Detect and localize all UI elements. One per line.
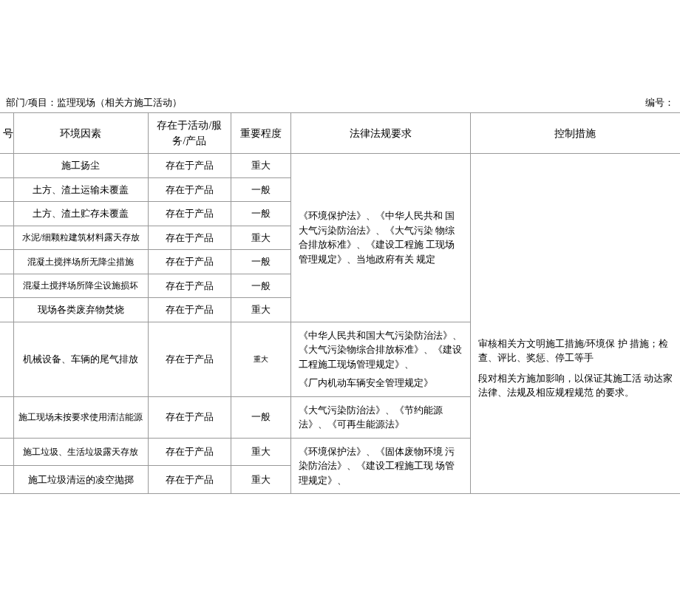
exist-cell: 存在于产品	[149, 298, 231, 322]
seq-cell	[0, 154, 13, 178]
col-seq: 号	[0, 113, 13, 154]
factor-cell: 土方、渣土贮存未覆盖	[13, 202, 148, 226]
level-cell: 重大	[231, 322, 290, 396]
exist-cell: 存在于产品	[149, 177, 231, 202]
factor-cell: 土方、渣土运输未覆盖	[13, 177, 148, 202]
factor-cell: 水泥/细颗粒建筑材料露天存放	[13, 226, 148, 250]
bottom-whitespace	[0, 494, 680, 590]
seq-cell	[0, 202, 13, 226]
seq-cell	[0, 466, 13, 494]
code-label: 编号：	[645, 96, 674, 109]
law-cell-group1: 《环境保护法》、《中华人民共和 国大气污染防治法》、《大气污染 物综合排放标准》…	[290, 154, 470, 322]
env-factor-table: 号 环境因素 存在于活动/服务/产品 重要程度 法律法规要求 控制措施 施工扬尘…	[0, 112, 680, 494]
measure-cell: 审核相关方文明施工措施/环境保 护 措施；检查、评比、奖惩、停工等手 段对相关方…	[470, 154, 680, 494]
factor-cell: 施工现场未按要求使用清洁能源	[13, 396, 148, 438]
col-measure: 控制措施	[470, 113, 680, 154]
level-cell: 一般	[231, 177, 290, 202]
level-cell: 重大	[231, 438, 290, 466]
seq-cell	[0, 438, 13, 466]
table-header-row: 号 环境因素 存在于活动/服务/产品 重要程度 法律法规要求 控制措施	[0, 113, 680, 154]
col-law: 法律法规要求	[290, 113, 470, 154]
level-cell: 重大	[231, 466, 290, 494]
factor-cell: 现场各类废弃物焚烧	[13, 298, 148, 322]
law-cell-group4: 《环境保护法》、《固体废物环境 污染防治法》、《建设工程施工现 场管理规定》、	[290, 438, 470, 494]
exist-cell: 存在于产品	[149, 438, 231, 466]
measure-text-2: 段对相关方施加影响，以保证其施工活 动达家法律、法规及相应规程规范 的要求。	[478, 371, 673, 400]
exist-cell: 存在于产品	[149, 250, 231, 274]
level-cell: 一般	[231, 396, 290, 438]
factor-cell: 施工扬尘	[13, 154, 148, 178]
seq-cell	[0, 396, 13, 438]
dept-project-label: 部门/项目：监理现场（相关方施工活动）	[6, 96, 182, 109]
factor-cell: 施工垃圾清运的凌空抛掷	[13, 466, 148, 494]
law-text-2b: 《厂内机动车辆安全管理规定》	[299, 376, 463, 390]
factor-cell: 机械设备、车辆的尾气排放	[13, 322, 148, 396]
law-text-2a: 《中华人民共和国大气污染防治法》、《大气污染物综合排放标准》、《建设工程施工现场…	[299, 328, 463, 372]
exist-cell: 存在于产品	[149, 154, 231, 178]
exist-cell: 存在于产品	[149, 202, 231, 226]
seq-cell	[0, 250, 13, 274]
col-factor: 环境因素	[13, 113, 148, 154]
seq-cell	[0, 226, 13, 250]
law-cell-group2: 《中华人民共和国大气污染防治法》、《大气污染物综合排放标准》、《建设工程施工现场…	[290, 322, 470, 396]
seq-cell	[0, 177, 13, 202]
table-row: 施工扬尘 存在于产品 重大 《环境保护法》、《中华人民共和 国大气污染防治法》、…	[0, 154, 680, 178]
seq-cell	[0, 298, 13, 322]
exist-cell: 存在于产品	[149, 274, 231, 298]
measure-text-1: 审核相关方文明施工措施/环境保 护 措施；检查、评比、奖惩、停工等手	[478, 336, 673, 365]
level-cell: 重大	[231, 298, 290, 322]
exist-cell: 存在于产品	[149, 396, 231, 438]
exist-cell: 存在于产品	[149, 322, 231, 396]
law-cell-group3: 《大气污染防治法》、《节约能源 法》、《可再生能源法》	[290, 396, 470, 438]
exist-cell: 存在于产品	[149, 226, 231, 250]
seq-cell	[0, 322, 13, 396]
factor-cell: 混凝土搅拌场所无降尘措施	[13, 250, 148, 274]
level-cell: 一般	[231, 202, 290, 226]
level-cell: 一般	[231, 274, 290, 298]
factor-cell: 混凝土搅拌场所降尘设施损坏	[13, 274, 148, 298]
exist-cell: 存在于产品	[149, 466, 231, 494]
level-cell: 重大	[231, 154, 290, 178]
factor-cell: 施工垃圾、生活垃圾露天存放	[13, 438, 148, 466]
seq-cell	[0, 274, 13, 298]
col-level: 重要程度	[231, 113, 290, 154]
level-cell: 重大	[231, 226, 290, 250]
col-exist: 存在于活动/服务/产品	[149, 113, 231, 154]
level-cell: 一般	[231, 250, 290, 274]
